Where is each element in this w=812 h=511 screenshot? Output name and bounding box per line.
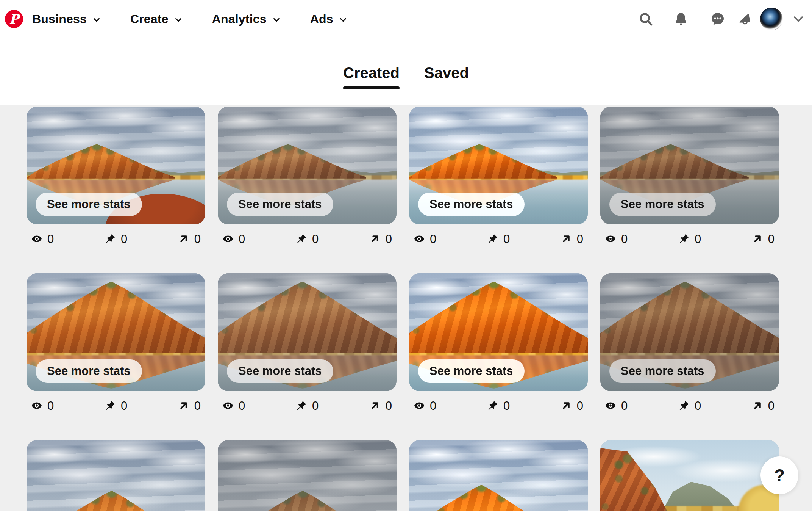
impressions-stat: 0 <box>414 233 436 245</box>
search-icon[interactable] <box>638 11 653 27</box>
pin-image[interactable]: See more stats <box>218 107 397 224</box>
eye-icon <box>222 233 234 245</box>
outbound-clicks-stat: 0 <box>178 400 201 412</box>
impressions-stat: 0 <box>31 400 54 412</box>
outbound-clicks-stat: 0 <box>369 400 392 412</box>
pin-stats-row: 0 0 0 <box>27 231 205 246</box>
pin-card: See more stats 0 0 0 <box>600 440 779 511</box>
saves-count: 0 <box>121 233 127 245</box>
pin-stats-row: 0 0 0 <box>409 231 588 246</box>
eye-icon <box>222 400 234 411</box>
pin-icon <box>487 233 498 245</box>
pin-icon <box>678 233 690 245</box>
nav-item-business[interactable]: Business <box>32 12 102 26</box>
pin-card: See more stats 0 0 0 <box>600 273 779 413</box>
messages-icon[interactable] <box>710 11 725 27</box>
saves-count: 0 <box>312 400 319 412</box>
pin-image[interactable]: See more stats <box>600 440 779 511</box>
pin-image[interactable]: See more stats <box>409 107 588 224</box>
outbound-clicks-count: 0 <box>577 233 583 245</box>
pin-image[interactable]: See more stats <box>218 440 397 511</box>
nav-item-ads[interactable]: Ads <box>310 12 348 26</box>
pin-image[interactable]: See more stats <box>218 273 397 391</box>
pin-image[interactable]: See more stats <box>600 273 779 391</box>
impressions-stat: 0 <box>414 400 436 412</box>
see-more-stats-button[interactable]: See more stats <box>418 193 525 216</box>
pin-card: See more stats 0 0 0 <box>27 107 205 246</box>
saves-count: 0 <box>503 233 510 245</box>
nav-item-create[interactable]: Create <box>130 12 183 26</box>
pin-image[interactable]: See more stats <box>409 273 588 391</box>
see-more-stats-button[interactable]: See more stats <box>36 359 142 383</box>
saves-count: 0 <box>503 400 510 412</box>
pin-card: See more stats 0 0 0 <box>409 107 588 246</box>
pin-image[interactable]: See more stats <box>27 273 205 391</box>
announcements-icon[interactable] <box>737 11 752 27</box>
pin-image[interactable]: See more stats <box>27 107 205 224</box>
avatar[interactable] <box>760 8 783 30</box>
pin-stats-row: 0 0 0 <box>27 398 205 413</box>
chevron-down-icon[interactable] <box>792 12 805 26</box>
pin-stats-row: 0 0 0 <box>218 231 397 246</box>
nav-item-analytics[interactable]: Analytics <box>212 12 281 26</box>
pin-card: See more stats 0 0 0 <box>600 107 779 246</box>
pin-icon <box>105 233 116 245</box>
pin-card: See more stats 0 0 0 <box>218 273 397 413</box>
outbound-clicks-stat: 0 <box>178 233 201 245</box>
tab-label: Created <box>343 64 400 81</box>
outbound-clicks-stat: 0 <box>561 400 583 412</box>
see-more-stats-button[interactable]: See more stats <box>36 193 142 216</box>
nav-item-label: Business <box>32 12 87 26</box>
impressions-stat: 0 <box>605 400 628 412</box>
impressions-count: 0 <box>239 233 245 245</box>
saves-count: 0 <box>695 233 701 245</box>
impressions-count: 0 <box>430 233 436 245</box>
outbound-arrow-icon <box>561 400 572 411</box>
see-more-stats-button[interactable]: See more stats <box>609 359 716 383</box>
outbound-clicks-count: 0 <box>577 400 583 412</box>
outbound-arrow-icon <box>178 233 189 245</box>
saves-stat: 0 <box>296 233 319 245</box>
outbound-clicks-count: 0 <box>768 233 775 245</box>
nav-item-label: Create <box>130 12 169 26</box>
saves-stat: 0 <box>296 400 319 412</box>
outbound-arrow-icon <box>752 233 763 245</box>
header-actions <box>638 8 805 30</box>
pin-card: See more stats 0 0 0 <box>27 440 205 511</box>
saves-stat: 0 <box>678 400 701 412</box>
tab-created[interactable]: Created <box>343 65 400 81</box>
outbound-arrow-icon <box>561 233 572 245</box>
see-more-stats-button[interactable]: See more stats <box>227 193 333 216</box>
notifications-icon[interactable] <box>673 11 689 27</box>
pin-card: See more stats 0 0 0 <box>218 440 397 511</box>
pin-icon <box>105 400 116 411</box>
impressions-count: 0 <box>239 400 245 412</box>
saves-count: 0 <box>121 400 127 412</box>
saves-stat: 0 <box>678 233 701 245</box>
pin-image[interactable]: See more stats <box>600 107 779 224</box>
eye-icon <box>31 233 42 245</box>
pin-image[interactable]: See more stats <box>27 440 205 511</box>
outbound-clicks-count: 0 <box>194 400 201 412</box>
pin-image[interactable]: See more stats <box>409 440 588 511</box>
see-more-stats-button[interactable]: See more stats <box>609 193 716 216</box>
pin-card: See more stats 0 0 0 <box>409 440 588 511</box>
chevron-down-icon <box>173 15 183 25</box>
pin-grid: See more stats 0 0 0 <box>27 105 812 511</box>
nav-item-label: Ads <box>310 12 333 26</box>
pin-icon <box>487 400 498 411</box>
impressions-count: 0 <box>430 400 436 412</box>
chevron-down-icon <box>338 15 348 25</box>
tab-saved[interactable]: Saved <box>424 65 469 81</box>
see-more-stats-button[interactable]: See more stats <box>418 359 525 383</box>
outbound-arrow-icon <box>369 400 381 411</box>
top-nav-bar: P Business Create Analytics Ads <box>0 0 812 38</box>
pin-stats-row: 0 0 0 <box>409 398 588 413</box>
impressions-count: 0 <box>621 233 628 245</box>
pinterest-logo[interactable]: P <box>5 10 23 28</box>
see-more-stats-button[interactable]: See more stats <box>227 359 333 383</box>
help-button[interactable]: ? <box>760 456 798 494</box>
saves-stat: 0 <box>105 400 127 412</box>
impressions-stat: 0 <box>222 400 245 412</box>
outbound-clicks-count: 0 <box>386 233 392 245</box>
